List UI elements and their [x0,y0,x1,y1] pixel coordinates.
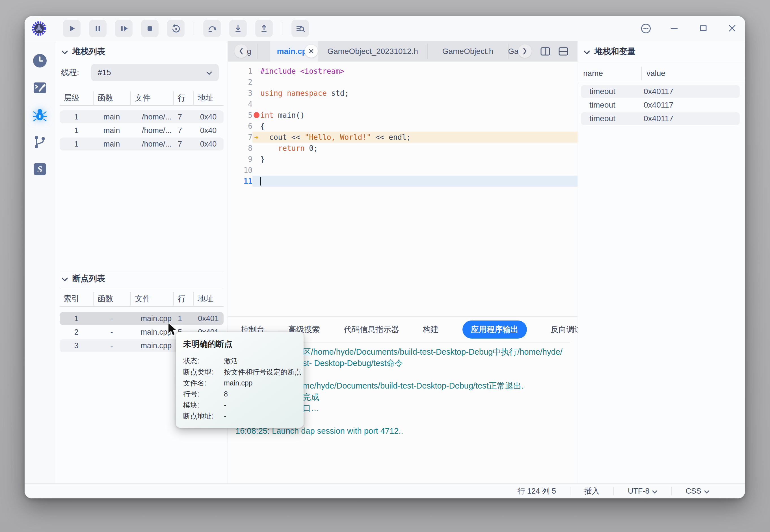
split-vertical-icon[interactable] [540,46,550,56]
tooltip-field-value: - [224,412,296,420]
code-line[interactable]: 4 [228,99,578,110]
breakpoint-row[interactable]: 1 - main.cpp 1 0x401 [60,312,224,325]
column-header[interactable]: 文件 [130,292,173,306]
step-next-button[interactable] [115,20,132,37]
variable-row[interactable]: timeout 0x40117 [581,99,740,112]
line-number[interactable]: 10 [228,166,253,175]
line-number[interactable]: 5 [228,111,253,119]
terminal-editor-icon[interactable] [32,80,48,96]
line-number[interactable]: 3 [228,89,253,97]
column-header[interactable]: 地址 [193,292,224,306]
code-line[interactable]: 3using namespace std; [228,88,578,99]
tab-clipped-left[interactable]: g [241,41,257,62]
line-number[interactable]: 7 [228,133,253,141]
variables-header[interactable]: 堆栈和变量 [584,46,636,57]
line-number[interactable]: 2 [228,78,253,86]
line-number[interactable]: 9 [228,155,253,163]
column-header[interactable]: 函数 [93,91,130,105]
more-options-button[interactable] [641,23,651,34]
code-line[interactable]: 5int main() [228,110,578,121]
column-header[interactable]: 层级 [60,91,93,105]
cell-line: 7 [173,140,193,149]
encoding-select[interactable]: UTF-8 [614,487,671,496]
tooltip-field-label: 断点地址: [183,411,224,421]
line-number[interactable]: 8 [228,144,253,152]
column-header[interactable]: 文件 [130,91,173,105]
code-editor[interactable]: 1#include <iostream>23using namespace st… [228,62,578,316]
stack-table-header: 层级 函数 文件 行 地址 [60,91,224,105]
cell-line: 1 [173,314,193,323]
cell-file: main.cpp [130,341,173,350]
step-into-button[interactable] [229,20,247,37]
tab-build[interactable]: 构建 [423,324,439,335]
cell-line: 7 [173,126,193,135]
cursor-position: 行 124 列 5 [503,486,570,496]
divider [578,83,745,83]
thread-select[interactable]: #15 [91,64,219,81]
status-bar: 行 124 列 5 插入 UTF-8 CSS [25,483,745,498]
split-horizontal-icon[interactable] [558,46,568,56]
stack-row[interactable]: 1 main /home/... 7 0x40 [60,138,224,151]
variable-row[interactable]: timeout 0x40117 [581,112,740,125]
code-text: #include <iostream> [260,67,344,75]
code-line[interactable]: 7➔ cout << "Hello, World!" << endl; [228,132,578,143]
column-header[interactable]: 索引 [60,292,93,306]
continue-button[interactable] [63,20,80,37]
gutter-marker[interactable] [253,112,260,118]
debug-bug-icon[interactable] [32,107,48,123]
tabs-scroll-right-button[interactable] [518,44,532,58]
cell-level: 1 [60,140,93,149]
language-select[interactable]: CSS [672,487,723,496]
tab-gameobject-20231012-h[interactable]: GameObject_20231012.h [318,41,427,62]
tab-clipped-right[interactable]: Ga [508,41,518,62]
variable-row[interactable]: timeout 0x40117 [581,85,740,98]
line-number[interactable]: 4 [228,100,253,108]
code-line[interactable]: 8 return 0; [228,143,578,154]
history-clock-icon[interactable] [32,53,48,69]
code-line[interactable]: 10 [228,165,578,176]
stack-row[interactable]: 1 main /home/... 7 0x40 [60,124,224,137]
tab-gameobject-h[interactable]: GameObject.h [428,41,508,62]
column-header[interactable]: 函数 [93,292,130,306]
column-header[interactable]: value [641,67,740,80]
stop-button[interactable] [141,20,158,37]
step-out-button[interactable] [255,20,273,37]
code-token: 0; [305,144,318,152]
step-over-button[interactable] [203,20,221,37]
tab-code-indicators[interactable]: 代码信息指示器 [344,324,399,335]
input-mode[interactable]: 插入 [570,486,614,496]
code-token: "Hello, World!" [305,133,371,141]
execution-arrow-icon[interactable]: ➔ [253,133,260,141]
code-text [260,177,261,186]
column-header[interactable]: 行 [173,292,193,306]
line-number[interactable]: 1 [228,67,253,75]
code-line[interactable]: 11 [228,176,578,187]
code-line[interactable]: 1#include <iostream> [228,66,578,77]
column-header[interactable]: 地址 [193,91,224,105]
code-line[interactable]: 6{ [228,121,578,132]
tooltip-field-label: 文件名: [183,378,224,388]
restart-button[interactable] [167,20,184,37]
column-header[interactable]: name [583,67,641,80]
stack-row[interactable]: 1 main /home/... 7 0x40 [60,110,224,123]
stack-list-header[interactable]: 堆栈列表 [62,46,105,57]
tooltip-field-value: 8 [224,390,296,398]
breakpoint-list-header[interactable]: 断点列表 [62,273,105,284]
search-in-files-button[interactable] [292,20,309,37]
code-line[interactable]: 2 [228,77,578,88]
tab-app-output[interactable]: 应用程序输出 [462,320,527,339]
tab-close-icon[interactable] [305,45,318,58]
tooltip-field-value: 按文件和行号设定的断点 [224,367,302,377]
close-button[interactable] [727,23,738,34]
maximize-button[interactable] [698,23,709,34]
minimize-button[interactable] [669,23,680,34]
code-line[interactable]: 9} [228,154,578,165]
tooltip-field-label: 状态: [183,356,224,366]
line-number[interactable]: 11 [228,177,253,186]
pause-button[interactable] [89,20,106,37]
line-number[interactable]: 6 [228,122,253,130]
divider [60,105,224,106]
column-header[interactable]: 行 [173,91,193,105]
git-branch-icon[interactable] [32,134,48,150]
s-logo-icon[interactable]: S [32,161,48,177]
